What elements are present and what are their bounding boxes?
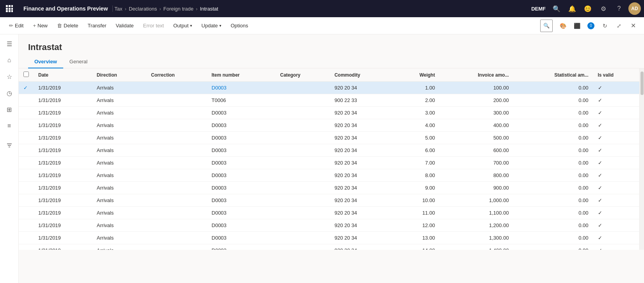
options-button[interactable]: Options — [226, 20, 253, 31]
sidebar-filter-button[interactable] — [2, 138, 17, 153]
cell-category — [276, 82, 330, 94]
col-direction: Direction — [92, 68, 146, 82]
avatar-button[interactable]: AD — [628, 2, 641, 15]
cell-statistical-amt: 0.00 — [514, 82, 593, 94]
table-row[interactable]: 1/31/2019ArrivalsD0003920 20 345.00500.0… — [19, 132, 639, 144]
edit-button[interactable]: ✏ Edit — [5, 20, 28, 31]
sidebar-list-button[interactable]: ≡ — [2, 118, 17, 134]
cell-weight: 13.00 — [394, 232, 440, 244]
cell-is-valid: ✓ — [593, 119, 639, 132]
table-row[interactable]: 1/31/2019ArrivalsD0003920 20 3412.001,20… — [19, 219, 639, 232]
cell-item-number: D0003 — [207, 194, 276, 207]
help-button[interactable]: ? — [613, 2, 625, 15]
breadcrumb-sep-1: › — [125, 6, 126, 12]
cell-date: 1/31/2019 — [34, 244, 92, 250]
row-check-cell — [19, 219, 34, 232]
cell-invoice-amt: 700.00 — [439, 157, 513, 169]
cell-weight: 4.00 — [394, 119, 440, 132]
cell-correction — [146, 107, 207, 119]
cell-item-number: D0003 — [207, 169, 276, 182]
close-button[interactable]: ✕ — [627, 20, 639, 32]
error-text-button[interactable]: Error text — [139, 20, 168, 31]
cell-direction: Arrivals — [92, 244, 146, 250]
breadcrumb-declarations[interactable]: Declarations — [129, 6, 157, 12]
refresh-button[interactable]: ↻ — [599, 20, 611, 32]
cell-statistical-amt: 0.00 — [514, 169, 593, 182]
sidebar-menu-button[interactable]: ☰ — [2, 36, 17, 52]
sidebar-workspaces-button[interactable]: ⊞ — [2, 102, 17, 117]
table-row[interactable]: 1/31/2019ArrivalsD0003920 20 348.00800.0… — [19, 169, 639, 182]
delete-button[interactable]: 🗑 Delete — [53, 20, 83, 31]
left-sidebar: ☰ ⌂ ☆ ◷ ⊞ ≡ — [0, 34, 19, 283]
split-view-button[interactable]: ⬛ — [571, 20, 583, 32]
user-button[interactable]: 😊 — [582, 2, 594, 15]
cell-is-valid: ✓ — [593, 82, 639, 94]
cell-item-number: T0006 — [207, 94, 276, 107]
valid-check-icon: ✓ — [598, 210, 602, 216]
table-row[interactable]: 1/31/2019ArrivalsD0003920 20 3413.001,30… — [19, 232, 639, 244]
table-row[interactable]: 1/31/2019ArrivalsD0003920 20 3414.001,40… — [19, 244, 639, 250]
table-row[interactable]: 1/31/2019ArrivalsD0003920 20 3410.001,00… — [19, 194, 639, 207]
col-check — [19, 68, 34, 82]
cell-statistical-amt: 0.00 — [514, 219, 593, 232]
grid-scroll-container[interactable]: Date Direction Correction Item number Ca… — [19, 68, 639, 250]
app-grid-button[interactable] — [3, 2, 16, 15]
breadcrumb-tax[interactable]: Tax — [114, 6, 122, 12]
select-all-checkbox[interactable] — [23, 72, 29, 77]
valid-check-icon: ✓ — [598, 197, 602, 203]
sidebar-home-button[interactable]: ⌂ — [2, 52, 17, 68]
toolbar-search-button[interactable]: 🔍 — [540, 20, 553, 32]
table-row[interactable]: 1/31/2019ArrivalsT0006900 22 332.00200.0… — [19, 94, 639, 107]
detach-button[interactable]: ⤢ — [613, 20, 625, 32]
badge-button[interactable]: 0 — [585, 20, 597, 32]
search-nav-button[interactable]: 🔍 — [550, 2, 563, 15]
cell-invoice-amt: 1,100.00 — [439, 207, 513, 219]
validate-button[interactable]: Validate — [112, 20, 138, 31]
output-button[interactable]: Output ▾ — [169, 20, 196, 31]
row-selected-icon: ✓ — [23, 85, 28, 91]
tab-overview[interactable]: Overview — [28, 56, 63, 68]
cell-item-number[interactable]: D0003 — [207, 82, 276, 94]
table-row[interactable]: 1/31/2019ArrivalsD0003920 20 343.00300.0… — [19, 107, 639, 119]
settings-button[interactable]: ⚙ — [597, 2, 610, 15]
cell-date: 1/31/2019 — [34, 169, 92, 182]
vertical-scrollbar[interactable] — [639, 68, 644, 250]
col-statistical-amt: Statistical am... — [514, 68, 593, 82]
cell-category — [276, 219, 330, 232]
cell-commodity: 920 20 34 — [330, 219, 394, 232]
table-row[interactable]: 1/31/2019ArrivalsD0003920 20 347.00700.0… — [19, 157, 639, 169]
table-row[interactable]: 1/31/2019ArrivalsD0003920 20 344.00400.0… — [19, 119, 639, 132]
valid-check-icon: ✓ — [598, 160, 602, 166]
color-swatch-button[interactable]: 🎨 — [557, 20, 569, 32]
cell-invoice-amt: 1,400.00 — [439, 244, 513, 250]
cell-item-number: D0003 — [207, 207, 276, 219]
cell-item-number: D0003 — [207, 132, 276, 144]
table-row[interactable]: 1/31/2019ArrivalsD0003920 20 346.00600.0… — [19, 144, 639, 157]
col-correction: Correction — [146, 68, 207, 82]
cell-correction — [146, 219, 207, 232]
intrastat-grid: Date Direction Correction Item number Ca… — [19, 68, 639, 250]
scroll-thumb[interactable] — [640, 72, 644, 95]
breadcrumb-foreign-trade[interactable]: Foreign trade — [163, 6, 193, 12]
cell-weight: 10.00 — [394, 194, 440, 207]
sidebar-favorites-button[interactable]: ☆ — [2, 69, 17, 84]
sidebar-recent-button[interactable]: ◷ — [2, 85, 17, 101]
cell-correction — [146, 157, 207, 169]
transfer-button[interactable]: Transfer — [84, 20, 111, 31]
tab-general[interactable]: General — [63, 56, 94, 68]
update-button[interactable]: Update ▾ — [197, 20, 226, 31]
cell-is-valid: ✓ — [593, 144, 639, 157]
breadcrumb-sep-2: › — [159, 6, 161, 12]
table-row[interactable]: ✓1/31/2019ArrivalsD0003920 20 341.00100.… — [19, 82, 639, 94]
table-row[interactable]: 1/31/2019ArrivalsD0003920 20 349.00900.0… — [19, 182, 639, 194]
cell-weight: 3.00 — [394, 107, 440, 119]
cell-commodity: 920 20 34 — [330, 169, 394, 182]
cell-statistical-amt: 0.00 — [514, 232, 593, 244]
app-title: Finance and Operations Preview — [19, 5, 113, 12]
valid-check-icon: ✓ — [598, 185, 602, 191]
new-button[interactable]: + New — [28, 20, 52, 31]
notifications-button[interactable]: 🔔 — [566, 2, 578, 15]
table-row[interactable]: 1/31/2019ArrivalsD0003920 20 3411.001,10… — [19, 207, 639, 219]
valid-check-icon: ✓ — [598, 110, 602, 116]
breadcrumb-intrastat[interactable]: Intrastat — [200, 6, 218, 12]
